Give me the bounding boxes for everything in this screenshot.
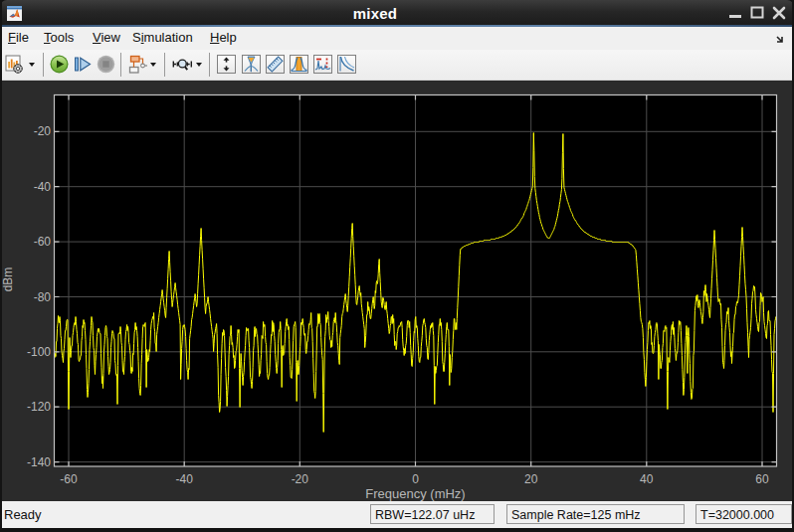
svg-text:-40: -40 xyxy=(176,472,194,486)
svg-text:dBm: dBm xyxy=(1,267,15,292)
svg-text:-40: -40 xyxy=(34,180,52,194)
svg-text:60: 60 xyxy=(755,472,769,486)
svg-text:40: 40 xyxy=(640,472,654,486)
svg-text:-20: -20 xyxy=(34,124,52,138)
svg-text:Frequency (mHz): Frequency (mHz) xyxy=(365,486,465,501)
svg-text:0: 0 xyxy=(412,472,419,486)
svg-text:-80: -80 xyxy=(34,290,52,304)
svg-text:-60: -60 xyxy=(34,235,52,249)
svg-text:20: 20 xyxy=(524,472,538,486)
svg-text:-100: -100 xyxy=(27,345,51,359)
svg-text:-60: -60 xyxy=(60,472,78,486)
svg-text:-140: -140 xyxy=(27,455,51,469)
svg-text:-20: -20 xyxy=(292,472,309,486)
svg-text:-120: -120 xyxy=(27,400,51,414)
